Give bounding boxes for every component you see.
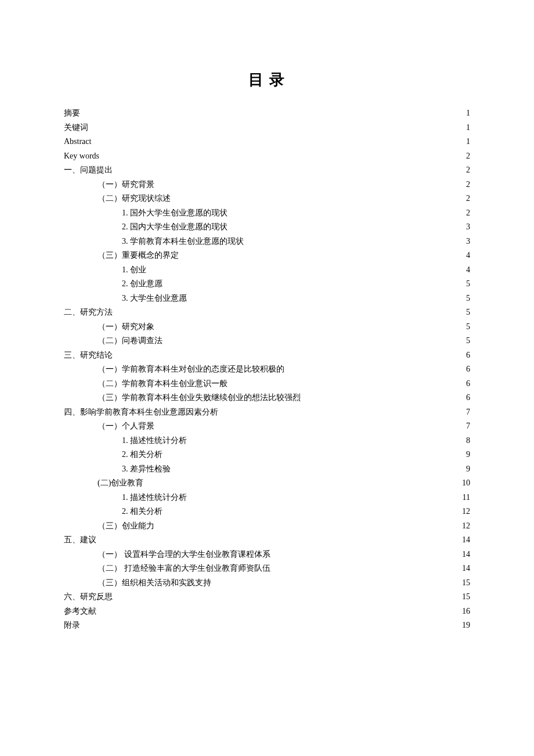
toc-entry[interactable]: 1. 国外大学生创业意愿的现状2 (64, 206, 470, 221)
toc-leader-dots (187, 293, 465, 301)
toc-entry-page: 2 (465, 163, 470, 178)
toc-entry-label: (二)创业教育 (98, 476, 143, 491)
toc-entry-label: 三、研究结论 (64, 348, 113, 363)
toc-entry-label: （二）问卷调查法 (98, 334, 163, 348)
toc-entry[interactable]: （二）问卷调查法5 (64, 334, 470, 348)
toc-entry-page: 19 (461, 618, 470, 633)
toc-leader-dots (80, 620, 461, 628)
toc-leader-dots (96, 534, 461, 542)
toc-entry-label: （一）研究对象 (98, 320, 154, 334)
toc-entry[interactable]: （二）学前教育本科生创业意识一般6 (64, 377, 470, 391)
toc-entry-label: （二）学前教育本科生创业意识一般 (98, 377, 228, 391)
toc-entry-label: （一）个人背景 (98, 419, 154, 434)
toc-leader-dots (113, 164, 465, 172)
toc-entry[interactable]: 3. 大学生创业意愿5 (64, 291, 470, 306)
toc-entry[interactable]: 附录19 (64, 618, 470, 633)
toc-entry[interactable]: 四、影响学前教育本科生创业意愿因素分析7 (64, 405, 470, 420)
toc-entry-page: 7 (465, 419, 470, 434)
toc-entry[interactable]: 2. 相关分析9 (64, 448, 470, 462)
toc-entry[interactable]: 2. 国内大学生创业意愿的现状3 (64, 220, 470, 235)
toc-entry-label: （三）学前教育本科生创业失败继续创业的想法比较强烈 (98, 391, 301, 405)
toc-entry-label: 1. 描述性统计分析 (122, 434, 187, 448)
toc-entry-label: 2. 国内大学生创业意愿的现状 (122, 220, 228, 235)
toc-entry-label: （三）创业能力 (98, 519, 154, 534)
toc-leader-dots (113, 307, 465, 315)
toc-entry-label: （二）研究现状综述 (98, 192, 171, 206)
toc-entry[interactable]: 三、研究结论6 (64, 348, 470, 363)
toc-leader-dots (113, 350, 465, 358)
toc-leader-dots (171, 463, 465, 471)
toc-leader-dots (187, 492, 461, 500)
toc-entry-label: 2. 相关分析 (122, 505, 163, 519)
toc-entry-label: Abstract (64, 135, 91, 149)
toc-entry[interactable]: （三）创业能力12 (64, 519, 470, 534)
toc-entry-page: 1 (465, 121, 470, 135)
toc-entry[interactable]: （二） 打造经验丰富的大学生创业教育师资队伍14 (64, 561, 470, 576)
toc-leader-dots (218, 406, 465, 415)
toc-leader-dots (179, 250, 465, 258)
toc-entry[interactable]: 3. 学前教育本科生创业意愿的现状3 (64, 235, 470, 249)
toc-entry[interactable]: （三）学前教育本科生创业失败继续创业的想法比较强烈6 (64, 391, 470, 405)
toc-entry[interactable]: （三）组织相关活动和实践支持15 (64, 576, 470, 591)
toc-entry[interactable]: Abstract1 (64, 135, 470, 149)
toc-entry[interactable]: （一）研究背景2 (64, 178, 470, 192)
toc-entry[interactable]: （一）个人背景7 (64, 419, 470, 434)
toc-entry[interactable]: 3. 差异性检验9 (64, 462, 470, 477)
toc-entry[interactable]: 六、研究反思15 (64, 590, 470, 604)
toc-entry[interactable]: 一、问题提出2 (64, 163, 470, 178)
toc-entry[interactable]: （一） 设置科学合理的大学生创业教育课程体系14 (64, 548, 470, 562)
toc-entry-label: 六、研究反思 (64, 590, 113, 604)
toc-entry-label: 摘要 (64, 106, 80, 121)
toc-entry-label: 1. 创业 (122, 263, 146, 278)
toc-entry[interactable]: 1. 描述性统计分析11 (64, 491, 470, 505)
toc-entry[interactable]: 2. 相关分析12 (64, 505, 470, 519)
toc-container: 摘要1关键词1Abstract1Key words2一、问题提出2（一）研究背景… (64, 106, 470, 633)
toc-entry-page: 4 (465, 263, 470, 278)
toc-entry-page: 11 (461, 491, 470, 505)
toc-leader-dots (91, 136, 465, 144)
toc-entry-page: 15 (461, 576, 470, 591)
toc-entry-label: （二） 打造经验丰富的大学生创业教育师资队伍 (98, 561, 270, 576)
toc-entry[interactable]: 关键词1 (64, 121, 470, 135)
toc-entry[interactable]: （一）学前教育本科生对创业的态度还是比较积极的6 (64, 362, 470, 377)
toc-entry[interactable]: 参考文献16 (64, 604, 470, 619)
toc-entry-label: 1. 国外大学生创业意愿的现状 (122, 206, 228, 221)
toc-leader-dots (163, 278, 465, 286)
toc-entry-page: 3 (465, 220, 470, 235)
toc-entry-label: 1. 描述性统计分析 (122, 491, 187, 505)
toc-leader-dots (163, 506, 461, 514)
toc-entry-page: 16 (461, 604, 470, 619)
toc-entry[interactable]: 五、建议14 (64, 533, 470, 548)
toc-entry-page: 2 (465, 206, 470, 221)
toc-leader-dots (143, 477, 461, 485)
toc-leader-dots (301, 392, 465, 400)
toc-entry[interactable]: Key words2 (64, 149, 470, 164)
toc-entry-label: 3. 差异性检验 (122, 462, 171, 477)
toc-leader-dots (154, 179, 465, 187)
toc-entry[interactable]: (二)创业教育10 (64, 476, 470, 491)
toc-entry[interactable]: （一）研究对象5 (64, 320, 470, 334)
toc-entry[interactable]: 1. 创业4 (64, 263, 470, 278)
toc-entry[interactable]: 二、研究方法5 (64, 305, 470, 320)
toc-leader-dots (228, 221, 465, 229)
toc-entry-page: 10 (461, 476, 470, 491)
toc-entry[interactable]: 1. 描述性统计分析8 (64, 434, 470, 448)
toc-title: 目 录 (64, 70, 470, 90)
toc-entry-label: Key words (64, 149, 99, 164)
toc-entry-label: 五、建议 (64, 533, 96, 548)
toc-entry[interactable]: （二）研究现状综述2 (64, 192, 470, 206)
toc-entry-label: 附录 (64, 618, 80, 633)
toc-entry-label: 2. 相关分析 (122, 448, 163, 462)
toc-entry-label: 关键词 (64, 121, 88, 135)
toc-leader-dots (99, 150, 465, 159)
toc-entry-label: 一、问题提出 (64, 163, 113, 178)
toc-entry-page: 5 (465, 334, 470, 348)
toc-entry[interactable]: （三）重要概念的界定4 (64, 249, 470, 263)
toc-entry-page: 12 (461, 505, 470, 519)
toc-entry-page: 6 (465, 362, 470, 377)
toc-entry-page: 6 (465, 377, 470, 391)
toc-entry-page: 5 (465, 320, 470, 334)
toc-entry-label: 四、影响学前教育本科生创业意愿因素分析 (64, 405, 218, 420)
toc-entry[interactable]: 摘要1 (64, 106, 470, 121)
toc-entry[interactable]: 2. 创业意愿5 (64, 277, 470, 291)
